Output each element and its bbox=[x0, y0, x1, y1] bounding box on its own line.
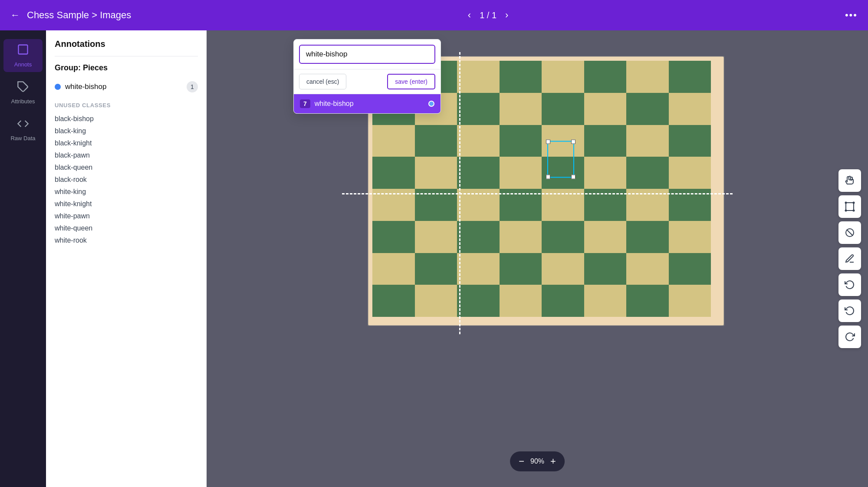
redo-button[interactable] bbox=[838, 326, 861, 348]
chess-square bbox=[542, 61, 584, 93]
svg-point-7 bbox=[845, 210, 847, 211]
sidebar-item-raw-data-label: Raw Data bbox=[10, 135, 35, 141]
prev-button[interactable]: ‹ bbox=[468, 10, 471, 21]
null-tool-button[interactable] bbox=[838, 221, 861, 244]
chess-square bbox=[542, 221, 584, 253]
unused-class-item[interactable]: white-rook bbox=[55, 234, 198, 247]
chess-square bbox=[372, 221, 415, 253]
chess-square bbox=[542, 93, 584, 125]
chess-square bbox=[584, 221, 627, 253]
chess-square bbox=[500, 61, 542, 93]
chess-square bbox=[626, 189, 669, 221]
popup-suggestion[interactable]: 7 white-bishop bbox=[294, 94, 441, 113]
chess-square bbox=[669, 221, 711, 253]
unused-class-item[interactable]: white-king bbox=[55, 186, 198, 198]
chess-square bbox=[584, 61, 627, 93]
panel-divider bbox=[55, 56, 198, 56]
unused-class-item[interactable]: black-queen bbox=[55, 161, 198, 174]
chess-square bbox=[584, 253, 627, 285]
chess-square bbox=[584, 189, 627, 221]
chess-square bbox=[457, 157, 500, 189]
chess-square bbox=[542, 189, 584, 221]
zoom-in-button[interactable]: + bbox=[550, 456, 556, 467]
back-button[interactable]: ← bbox=[10, 10, 20, 21]
zoom-value: 90% bbox=[530, 457, 544, 465]
group-label: Group: Pieces bbox=[55, 63, 198, 72]
more-button[interactable]: ••• bbox=[845, 10, 858, 21]
chess-square bbox=[372, 285, 415, 317]
chess-square bbox=[542, 285, 584, 317]
unused-class-item[interactable]: black-bishop bbox=[55, 113, 198, 125]
unused-class-item[interactable]: white-pawn bbox=[55, 210, 198, 222]
page-info: 1 / 1 bbox=[480, 10, 496, 20]
svg-point-8 bbox=[853, 210, 855, 211]
cancel-button[interactable]: cancel (esc) bbox=[299, 74, 346, 89]
bbox-tool-button[interactable] bbox=[838, 195, 861, 218]
svg-rect-4 bbox=[846, 203, 854, 211]
chess-square bbox=[372, 253, 415, 285]
chess-square bbox=[415, 253, 457, 285]
chess-square bbox=[669, 125, 711, 157]
unused-class-item[interactable]: white-queen bbox=[55, 222, 198, 234]
attributes-icon bbox=[17, 81, 29, 95]
suggestion-dot-icon bbox=[428, 101, 434, 107]
annotation-item-left: white-bishop bbox=[55, 82, 106, 91]
annots-icon bbox=[17, 43, 29, 59]
unused-class-item[interactable]: black-pawn bbox=[55, 149, 198, 161]
sidebar-dark: Annots Attributes Raw Data bbox=[0, 30, 46, 487]
sidebar-item-raw-data[interactable]: Raw Data bbox=[3, 113, 43, 146]
chess-square bbox=[457, 221, 500, 253]
header-nav: ‹ 1 / 1 › bbox=[468, 10, 509, 21]
chess-square bbox=[626, 61, 669, 93]
unused-class-item[interactable]: black-king bbox=[55, 125, 198, 137]
chess-square bbox=[669, 61, 711, 93]
chess-square bbox=[500, 125, 542, 157]
popup-buttons: cancel (esc) save (enter) bbox=[294, 69, 441, 94]
chess-square bbox=[669, 189, 711, 221]
chess-square bbox=[500, 189, 542, 221]
svg-point-5 bbox=[845, 202, 847, 204]
unused-classes-list: black-bishopblack-kingblack-knightblack-… bbox=[55, 113, 198, 247]
zoom-controls: − 90% + bbox=[510, 451, 565, 471]
rotate-tool-button[interactable] bbox=[838, 273, 861, 296]
chess-square bbox=[626, 157, 669, 189]
chess-square bbox=[415, 221, 457, 253]
unused-class-item[interactable]: white-knight bbox=[55, 198, 198, 210]
unused-class-item[interactable]: black-knight bbox=[55, 137, 198, 149]
save-button[interactable]: save (enter) bbox=[387, 74, 435, 89]
chess-square bbox=[372, 189, 415, 221]
chess-square bbox=[500, 93, 542, 125]
class-name-input[interactable] bbox=[299, 45, 435, 64]
chess-square bbox=[669, 285, 711, 317]
edit-tool-button[interactable] bbox=[838, 247, 861, 270]
chess-square bbox=[626, 253, 669, 285]
header-title: Chess Sample > Images bbox=[27, 10, 131, 21]
chess-square bbox=[500, 221, 542, 253]
unused-class-item[interactable]: black-rook bbox=[55, 174, 198, 186]
sidebar-item-attributes-label: Attributes bbox=[11, 98, 35, 105]
annotation-count: 1 bbox=[187, 81, 198, 92]
next-button[interactable]: › bbox=[505, 10, 508, 21]
hand-tool-button[interactable] bbox=[838, 169, 861, 192]
chess-square bbox=[457, 189, 500, 221]
undo-button[interactable] bbox=[838, 299, 861, 322]
zoom-out-button[interactable]: − bbox=[519, 456, 524, 467]
chess-square bbox=[584, 125, 627, 157]
chess-square bbox=[500, 285, 542, 317]
chess-square bbox=[584, 93, 627, 125]
sidebar-item-attributes[interactable]: Attributes bbox=[3, 76, 43, 109]
chess-square bbox=[626, 221, 669, 253]
annotations-panel: Annotations Group: Pieces white-bishop 1… bbox=[46, 30, 207, 487]
chess-square bbox=[626, 93, 669, 125]
chess-square bbox=[542, 253, 584, 285]
chess-square bbox=[457, 125, 500, 157]
chess-square bbox=[500, 253, 542, 285]
chess-square bbox=[669, 157, 711, 189]
annotation-white-bishop[interactable]: white-bishop 1 bbox=[55, 79, 198, 95]
sidebar-item-annots[interactable]: Annots bbox=[3, 39, 43, 72]
annotation-bbox[interactable] bbox=[547, 141, 574, 178]
chess-square bbox=[626, 285, 669, 317]
unused-label: UNUSED CLASSES bbox=[55, 102, 198, 109]
right-toolbar bbox=[838, 169, 861, 348]
chess-square bbox=[415, 125, 457, 157]
